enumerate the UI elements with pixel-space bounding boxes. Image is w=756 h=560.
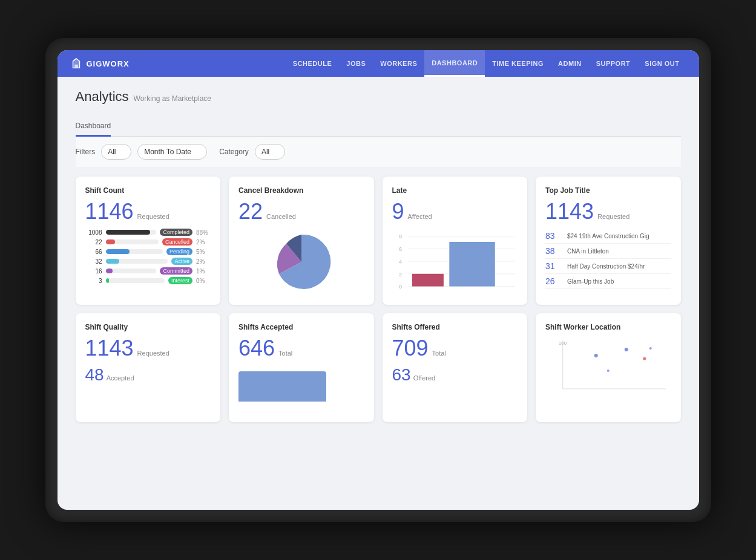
nav-workers[interactable]: WORKERS [373,50,424,77]
top-job-title-card: Top Job Title 1143 Requested 83 $24 19th… [536,177,681,305]
tabs-bar: Dashboard [76,117,681,137]
bar-fill-active [106,259,120,264]
bar-track-completed [106,230,157,235]
shift-count-bars: 1008 Completed 88% 22 Ca [85,229,211,284]
late-number: 9 [392,201,404,223]
bar-badge-interest: Interest [168,277,192,284]
svg-text:4: 4 [399,259,402,265]
bar-track-committed [106,269,157,273]
bar-num-cancelled: 22 [85,239,102,246]
bar-track-pending [106,249,163,254]
cards-row-1: Shift Count 1146 Requested 1008 Complete… [76,177,681,305]
job-num-0: 83 [545,231,562,241]
page-content: Analytics Working as Marketplace Dashboa… [58,77,699,510]
scatter-dot-2 [625,348,628,351]
bar-num-committed: 16 [85,268,102,275]
job-list: 83 $24 19th Ave Construction Gig 38 CNA … [545,229,671,289]
logo: GIGWORX [70,57,130,70]
nav-schedule[interactable]: SCHEDULE [286,50,340,77]
svg-text:100: 100 [559,340,567,346]
cancel-breakdown-card: Cancel Breakdown 22 Cancelled [229,177,374,305]
bar-num-completed: 1008 [85,229,102,236]
late-card: Late 9 Affected 8 6 4 2 0 [383,177,528,305]
shift-worker-location-card: Shift Worker Location Shifts 100 [536,313,681,422]
scatter-dot-5 [649,347,652,350]
page-subtitle: Working as Marketplace [134,94,212,103]
scatter-plot: Shifts 100 [545,337,671,386]
cards-row-2: Shift Quality 1143 Requested 48 Accepted… [76,313,681,422]
cancel-number: 22 [238,201,263,223]
shifts-accepted-title: Shifts Accepted [238,323,364,331]
late-bar-red [412,274,444,287]
nav-admin[interactable]: ADMIN [551,50,589,77]
page-header: Analytics Working as Marketplace [76,89,681,107]
shifts-offered-card: Shifts Offered 709 Total 63 Offered [383,313,528,422]
bar-badge-completed: Completed [160,229,192,236]
bar-badge-cancelled: Cancelled [162,238,192,246]
bar-track-active [106,259,168,264]
nav-support[interactable]: SUPPORT [589,50,638,77]
shift-count-title: Shift Count [85,186,211,195]
filter-all-select[interactable]: All [101,144,131,160]
bar-pct-pending: 5% [196,249,211,255]
bar-row-interest: 3 Interest 0% [85,277,211,284]
top-job-label: Requested [597,213,629,220]
nav-signout[interactable]: SIGN OUT [637,50,686,77]
shifts-accepted-number: 646 [238,337,275,359]
shift-quality-req-label: Requested [137,350,169,357]
pie-chart-container [238,229,364,295]
bar-row-committed: 16 Committed 1% [85,267,211,275]
late-title: Late [392,186,518,195]
shift-count-label: Requested [137,213,169,220]
job-row-1: 38 CNA in Littleton [545,244,671,259]
shift-quality-accepted-label: Accepted [107,374,134,382]
shifts-offered-total-label: Total [432,350,446,357]
bar-num-interest: 3 [85,278,102,284]
nav-dashboard[interactable]: DASHBOARD [424,50,485,77]
nav-timekeeping[interactable]: TIME KEEPING [485,50,551,77]
shifts-offered-number: 63 [392,365,411,385]
navbar: GIGWORX SCHEDULE JOBS WORKERS DASHBOARD … [58,50,699,77]
bar-pct-active: 2% [196,258,211,265]
late-chart-svg: 8 6 4 2 0 [392,229,518,295]
scatter-dot-4 [607,370,610,372]
job-text-3: Glam-Up this Job [567,278,671,285]
bar-pct-interest: 0% [196,278,211,284]
bar-num-pending: 66 [85,249,102,255]
shifts-offered-label: Offered [413,374,436,382]
tab-dashboard[interactable]: Dashboard [76,117,111,137]
shifts-accepted-bar [238,371,326,402]
logo-icon [70,57,83,70]
scatter-dot-3 [643,357,646,360]
bar-pct-cancelled: 2% [196,239,211,246]
bar-track-cancelled [106,239,159,244]
filter-date-select[interactable]: Month To Date [137,144,207,160]
filter-category-select[interactable]: All [255,144,285,160]
late-bar-chart: 8 6 4 2 0 [392,229,518,295]
late-bar-blue [449,242,495,287]
cancel-label: Cancelled [266,213,296,220]
page-title: Analytics [76,89,129,105]
category-label: Category [219,148,249,156]
svg-text:2: 2 [399,272,402,278]
svg-text:8: 8 [399,233,402,239]
top-job-title: Top Job Title [545,186,671,195]
job-num-3: 26 [545,276,562,286]
logo-text: GIGWORX [87,59,130,68]
nav-jobs[interactable]: JOBS [339,50,373,77]
bar-fill-pending [106,249,130,254]
bar-row-active: 32 Active 2% [85,258,211,265]
scatter-dot-1 [594,354,598,357]
bar-badge-active: Active [171,258,192,265]
bar-fill-committed [106,269,113,273]
shifts-accepted-label: Total [278,350,292,357]
bar-row-cancelled: 22 Cancelled 2% [85,238,211,246]
job-num-1: 38 [545,246,562,256]
shift-quality-card: Shift Quality 1143 Requested 48 Accepted [76,313,221,422]
filters-bar: Filters All Month To Date Category All [76,137,681,167]
shifts-offered-total-number: 709 [392,337,429,359]
shift-quality-number: 1143 [85,337,134,359]
shifts-offered-title: Shifts Offered [392,323,518,331]
top-job-number: 1143 [545,201,594,223]
job-row-2: 31 Half Day Construction $24/hr [545,259,671,274]
